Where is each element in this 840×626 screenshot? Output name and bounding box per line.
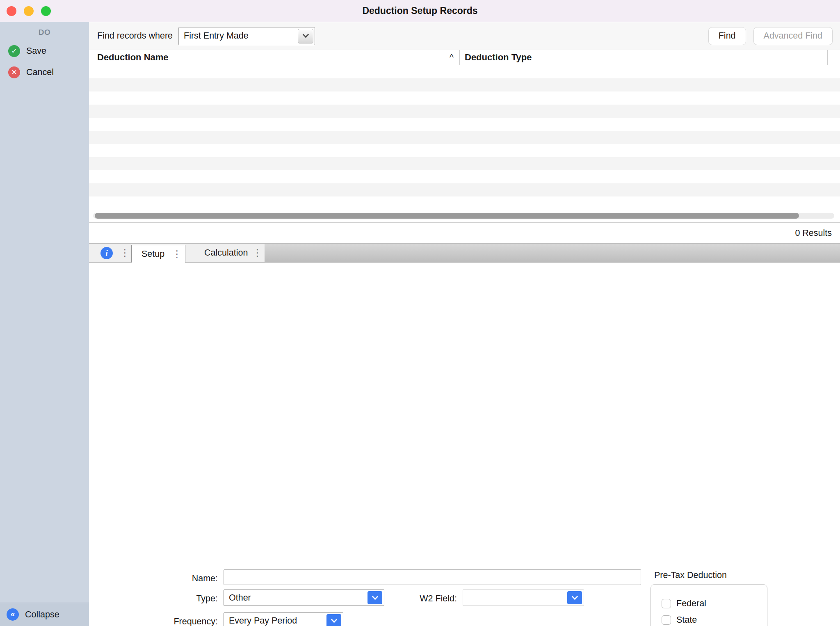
- sidebar: DO ✓ Save ✕ Cancel « Collapse: [0, 22, 89, 626]
- tab-strip: i ⋮ Setup ⋮ Calculation ⋮: [89, 243, 840, 263]
- table-body: [89, 65, 840, 210]
- close-button[interactable]: [7, 6, 16, 16]
- results-bar: 0 Results: [89, 223, 840, 243]
- title-bar: Deduction Setup Records: [0, 0, 840, 22]
- tab-setup[interactable]: Setup ⋮: [131, 245, 185, 263]
- setup-form: Name: Type: Other W2 Field: Frequency: E…: [89, 263, 840, 626]
- tab-grip-icon[interactable]: ⋮: [253, 244, 262, 262]
- window-title: Deduction Setup Records: [362, 5, 477, 16]
- frequency-dropdown[interactable]: Every Pay Period: [224, 612, 343, 626]
- name-label: Name:: [130, 573, 218, 584]
- frequency-value: Every Pay Period: [224, 616, 343, 626]
- checkbox-state[interactable]: [662, 615, 671, 625]
- scrollbar-thumb[interactable]: [95, 213, 799, 219]
- checkbox-federal[interactable]: [662, 599, 671, 608]
- collapse-label: Collapse: [25, 610, 59, 620]
- table-row: [89, 157, 840, 170]
- tab-label: Calculation: [204, 248, 248, 258]
- main-area: Find records where First Entry Made Find…: [89, 22, 840, 626]
- pretax-option-label: Federal: [676, 599, 706, 609]
- find-filter-value: First Entry Made: [179, 31, 315, 41]
- sidebar-collapse-button[interactable]: « Collapse: [0, 603, 89, 626]
- results-count: 0 Results: [795, 228, 832, 238]
- tab-grip-icon[interactable]: ⋮: [172, 245, 182, 263]
- type-value: Other: [224, 593, 384, 603]
- tab-grip-icon[interactable]: ⋮: [120, 244, 130, 262]
- find-bar: Find records where First Entry Made Find…: [89, 22, 840, 50]
- sidebar-item-save[interactable]: ✓ Save: [0, 40, 89, 62]
- find-button[interactable]: Find: [708, 27, 746, 45]
- table-row: [89, 131, 840, 144]
- check-circle-icon: ✓: [8, 45, 20, 57]
- table-row: [89, 65, 840, 78]
- table-row: [89, 196, 840, 210]
- info-icon[interactable]: i: [100, 247, 113, 259]
- pretax-option-row: Federal: [651, 595, 767, 612]
- name-input[interactable]: [224, 569, 641, 585]
- chevron-down-icon[interactable]: [298, 29, 313, 43]
- type-dropdown[interactable]: Other: [224, 589, 384, 606]
- chevron-down-icon[interactable]: [326, 614, 341, 626]
- column-label: Deduction Name: [97, 52, 169, 63]
- column-header-deduction-type[interactable]: Deduction Type: [459, 50, 827, 65]
- table-row: [89, 105, 840, 118]
- table-header: Deduction Name ^ Deduction Type: [89, 50, 840, 65]
- sidebar-header: DO: [0, 22, 89, 40]
- window-controls: [7, 0, 51, 22]
- app-window: Deduction Setup Records DO ✓ Save ✕ Canc…: [0, 0, 840, 626]
- pretax-option-label: State: [676, 615, 697, 625]
- w2-field-dropdown[interactable]: [463, 589, 584, 606]
- table-row: [89, 78, 840, 91]
- find-buttons: Find Advanced Find: [708, 27, 833, 45]
- tab-label: Setup: [142, 249, 164, 259]
- table-row: [89, 144, 840, 157]
- chevron-down-icon[interactable]: [567, 591, 582, 604]
- table-row: [89, 118, 840, 131]
- sidebar-item-label: Save: [26, 46, 46, 56]
- column-header-deduction-name[interactable]: Deduction Name ^: [89, 50, 459, 65]
- tab-calculation[interactable]: Calculation ⋮: [185, 244, 265, 262]
- x-circle-icon: ✕: [8, 66, 20, 78]
- pretax-option-row: State: [651, 612, 767, 626]
- sort-ascending-icon: ^: [450, 52, 454, 63]
- results-table: Deduction Name ^ Deduction Type: [89, 50, 840, 223]
- pretax-title: Pre-Tax Deduction: [654, 570, 727, 580]
- column-label: Deduction Type: [465, 52, 532, 63]
- table-row: [89, 91, 840, 105]
- table-header-spacer: [827, 50, 840, 65]
- table-row: [89, 183, 840, 196]
- sidebar-item-cancel[interactable]: ✕ Cancel: [0, 62, 89, 83]
- minimize-button[interactable]: [24, 6, 34, 16]
- sidebar-item-label: Cancel: [26, 67, 54, 78]
- find-records-label: Find records where: [97, 31, 173, 41]
- pretax-panel: Federal State FICA Medicare Local 1: [651, 584, 767, 626]
- frequency-label: Frequency:: [130, 616, 218, 626]
- table-row: [89, 170, 840, 183]
- advanced-find-button[interactable]: Advanced Find: [753, 27, 833, 45]
- w2-field-label: W2 Field:: [372, 593, 457, 604]
- find-filter-dropdown[interactable]: First Entry Made: [178, 27, 315, 45]
- collapse-icon: «: [7, 608, 19, 621]
- horizontal-scrollbar[interactable]: [93, 213, 834, 219]
- type-label: Type:: [130, 593, 218, 604]
- zoom-button[interactable]: [41, 6, 51, 16]
